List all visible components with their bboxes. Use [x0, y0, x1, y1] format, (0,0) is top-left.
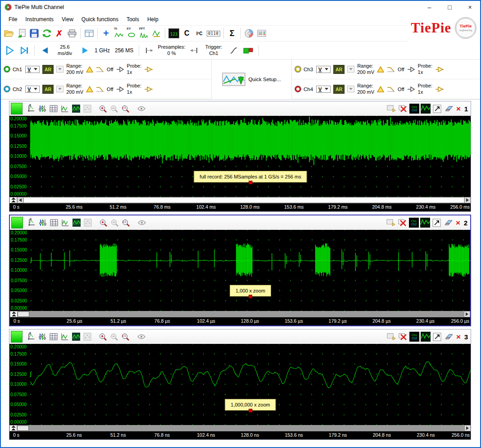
grid-button[interactable]: [49, 218, 59, 228]
zero-axis-button[interactable]: 0: [26, 332, 36, 342]
waveform-thumb-button[interactable]: [421, 332, 431, 342]
auto-range-button[interactable]: AR: [333, 65, 345, 74]
channel-sliders-button[interactable]: [37, 218, 48, 228]
scroll-right-arrow[interactable]: [464, 311, 470, 317]
timebase-increase-button[interactable]: [79, 44, 91, 57]
tooltip-handle[interactable]: [249, 295, 252, 298]
presamples-display[interactable]: Presamples: 0 %: [158, 44, 185, 57]
refresh-button[interactable]: [41, 27, 53, 40]
tooltip-handle[interactable]: [249, 409, 252, 412]
scroll-right-arrow[interactable]: [464, 197, 471, 203]
channel-led[interactable]: [4, 66, 10, 72]
probe-icon[interactable]: [435, 86, 444, 92]
auto-range-button[interactable]: AR: [42, 85, 54, 94]
lowpass-filter-icon[interactable]: [96, 86, 104, 92]
scroll-home-button[interactable]: [10, 311, 18, 317]
signal-path-icon[interactable]: [407, 86, 415, 92]
clear-graph-button[interactable]: [443, 218, 454, 228]
line-style-button[interactable]: [59, 104, 70, 114]
scrollbar-thumb[interactable]: [23, 197, 464, 203]
auto-range-button[interactable]: AR: [42, 65, 54, 74]
i2c-button[interactable]: I²C: [193, 27, 205, 40]
menu-item-view[interactable]: View: [58, 14, 77, 24]
close-panel-button[interactable]: ×: [455, 105, 462, 113]
open-button[interactable]: [3, 27, 15, 40]
meter-button[interactable]: 123: [168, 27, 180, 40]
envelope-style-button[interactable]: [71, 104, 81, 114]
zero-axis-button[interactable]: 0: [26, 104, 36, 114]
envelope-style-button[interactable]: [71, 332, 81, 342]
sample-rate-value[interactable]: 1 GHz: [95, 47, 110, 54]
add-comment-button[interactable]: [386, 104, 396, 114]
grid-button[interactable]: [48, 332, 59, 342]
menu-item-tools[interactable]: Tools: [123, 14, 143, 24]
channel-options-button[interactable]: [56, 66, 64, 73]
probe-display[interactable]: Probe:1x: [127, 83, 141, 96]
start-button[interactable]: [4, 44, 16, 57]
channel-led[interactable]: [295, 66, 301, 72]
open-file-button[interactable]: [15, 27, 27, 40]
zoom-in-button[interactable]: [98, 218, 109, 228]
one-shot-button[interactable]: [18, 44, 30, 57]
settings-list-button[interactable]: [256, 27, 268, 40]
menu-item-file[interactable]: File: [5, 14, 21, 24]
coupling-select[interactable]: V: [316, 66, 331, 73]
legend-box[interactable]: Ch1Ch2: [409, 218, 419, 228]
timebase-display[interactable]: 25.6 ms/div: [53, 44, 77, 57]
add-graph-button[interactable]: +: [100, 27, 112, 40]
channel-options-button[interactable]: [347, 66, 354, 73]
plot-area[interactable]: full record: 256 MSamples at 1 GS/s = 25…: [30, 116, 471, 197]
trigger-level-marker[interactable]: ∫: [30, 256, 32, 263]
plot-area[interactable]: 1,000,000 x zoom: [30, 344, 471, 425]
trigger-display[interactable]: Trigger: Ch1: [202, 44, 226, 57]
axis-color-swatch[interactable]: [11, 103, 23, 114]
measure-graph-button[interactable]: [150, 27, 163, 40]
coupling-select[interactable]: V: [25, 86, 40, 93]
digital-io-button[interactable]: 0110: [206, 27, 221, 40]
xy-graph-button[interactable]: XY: [125, 27, 137, 40]
legend-box[interactable]: Ch1Ch2: [409, 104, 419, 114]
range-display[interactable]: Range:200 mV: [66, 63, 83, 76]
scroll-home-button[interactable]: [9, 425, 17, 431]
minimize-button[interactable]: –: [419, 1, 440, 14]
axis-color-swatch[interactable]: [11, 217, 23, 229]
probe-display[interactable]: Probe:1x: [418, 63, 432, 76]
menu-item-quick-functions[interactable]: Quick functions: [77, 14, 123, 24]
grid-button[interactable]: [48, 104, 59, 114]
zoom-one-to-one-button[interactable]: 1:1: [120, 332, 131, 342]
channel-sliders-button[interactable]: [37, 332, 47, 342]
remove-comments-button[interactable]: [398, 332, 408, 342]
signal-path-icon[interactable]: [116, 86, 124, 92]
auto-range-button[interactable]: AR: [333, 85, 345, 94]
menu-item-help[interactable]: Help: [143, 14, 163, 24]
maximize-button[interactable]: □: [440, 1, 460, 14]
export-graph-button[interactable]: [432, 104, 442, 114]
close-panel-button[interactable]: ×: [455, 219, 461, 227]
probe-display[interactable]: Probe:1x: [418, 83, 432, 96]
remove-comments-button[interactable]: [397, 218, 408, 228]
math-sum-button[interactable]: Σ: [226, 27, 238, 40]
signal-path-icon[interactable]: [407, 66, 415, 73]
scrollbar-thumb[interactable]: [17, 425, 29, 431]
add-comment-button[interactable]: [386, 332, 396, 342]
range-display[interactable]: Range:200 mV: [357, 63, 374, 76]
fft-graph-button[interactable]: FFT: [138, 27, 150, 40]
envelope-style-button[interactable]: [71, 218, 82, 228]
zoom-one-to-one-button[interactable]: 1:1: [120, 104, 131, 114]
probe-display[interactable]: Probe:1x: [127, 63, 141, 76]
remove-comments-button[interactable]: [398, 104, 408, 114]
trigger-level-marker[interactable]: ∫: [30, 142, 32, 149]
signal-path-icon[interactable]: [116, 66, 124, 73]
add-comment-button[interactable]: [386, 218, 396, 228]
scrollbar-thumb[interactable]: [18, 311, 29, 317]
waveform-thumb-button[interactable]: [421, 104, 431, 114]
channel-led[interactable]: [295, 86, 301, 92]
zoom-in-button[interactable]: [98, 332, 108, 342]
zero-axis-button[interactable]: 0: [26, 218, 36, 228]
yt-graph-button[interactable]: Yt: [113, 27, 125, 40]
timebase-decrease-button[interactable]: [39, 44, 51, 57]
clear-graph-button[interactable]: [444, 332, 454, 342]
tooltip-handle[interactable]: [249, 181, 252, 184]
probe-icon[interactable]: [435, 66, 444, 73]
zoom-tooltip[interactable]: full record: 256 MSamples at 1 GS/s = 25…: [194, 171, 307, 183]
